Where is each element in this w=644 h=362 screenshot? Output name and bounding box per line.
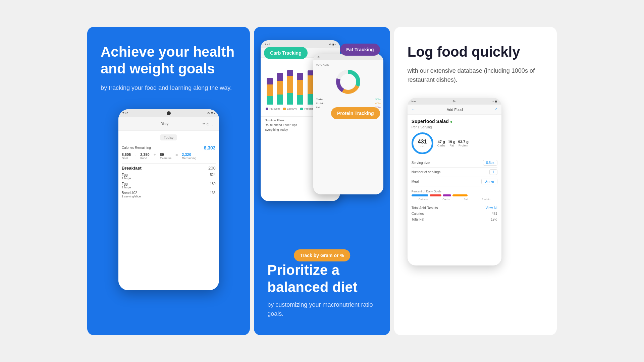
bar-carb-1 <box>267 96 273 105</box>
af-bar-labels: Calories Carbs Fat Protein <box>412 198 497 201</box>
af-nav-header: ← Add Food ✓ <box>408 105 501 115</box>
breakfast-section: Breakfast 200 Egg 1 large 524 Egg 2 l <box>122 163 216 199</box>
food-item-2: Egg 2 large 180 <box>122 181 216 190</box>
cal-remaining-value: 6,303 <box>204 145 216 150</box>
bar-protein-2 <box>277 81 283 95</box>
cal-goal: 8,505 <box>122 153 131 157</box>
bar-carb <box>430 194 441 196</box>
bar-carb-4 <box>297 95 303 105</box>
panel1-headline: Achieve your health and weight goals <box>101 44 236 77</box>
bar-carb-2 <box>277 95 283 105</box>
bar-protein-1 <box>267 84 273 96</box>
af-body: Superfood Salad ● Per 1 Serving 431 cal … <box>408 115 501 226</box>
calorie-values: 8,505 Goal - 2,350 Food + 89 Exercise = <box>122 153 216 160</box>
diary-screen: Today Calories Remaining 6,303 8,505 Goa… <box>118 131 219 290</box>
af-stats-row: 431 cal 47 g Carbs 19 g Fat 93. <box>412 132 497 154</box>
af-bar-row <box>412 194 497 196</box>
phone-header: ☰ Diary ✏ ⭮ ⋮ <box>118 117 219 131</box>
calorie-circle: 431 cal <box>412 132 433 154</box>
af-fat-result: Total Fat 19 g <box>412 217 497 222</box>
bar-protein-4 <box>297 80 303 95</box>
legend-fat: Fat Goal <box>266 107 280 110</box>
af-macros: 47 g Carbs 19 g Fat 93.7 g Protein <box>437 140 469 147</box>
donut-chart <box>316 68 381 95</box>
bar-cal <box>412 194 428 196</box>
diary-date: Today <box>160 134 177 140</box>
phone-diary: 7:45 G ⚙ · ☰ Diary ✏ ⭮ ⋮ Today Calories … <box>118 109 219 290</box>
panel-log-food: Log food quickly with our extensive data… <box>394 27 557 335</box>
af-percent-bars: Percent of Daily Goals Calories Carbs Fa… <box>412 190 497 201</box>
bar-protein-5 <box>308 75 314 94</box>
phone-add-food: Nav ⚙ · × ▣ ← Add Food ✓ Superfood Salad… <box>408 98 501 265</box>
bar-fat-3 <box>287 70 293 76</box>
panel-achieve-goals: Achieve your health and weight goals by … <box>87 27 250 335</box>
divider <box>412 203 497 203</box>
food-verified-dot: ● <box>450 119 452 124</box>
panel1-subtext: by tracking your food and learning along… <box>101 83 236 93</box>
macro-carbs: 47 g Carbs <box>437 140 445 147</box>
af-calories-result: Calories 431 <box>412 211 497 217</box>
af-servings-row: Number of servings 1 <box>412 168 497 177</box>
macro-protein: 93.7 g Protein <box>458 140 469 147</box>
calories-remaining-row: Calories Remaining 6,303 <box>122 145 216 150</box>
cal-remaining-num: 2,320 <box>182 153 196 157</box>
macro-fat: 19 g Fat <box>448 140 455 147</box>
check-icon: ✓ <box>494 107 497 112</box>
badge-fat-tracking: Fat Tracking <box>340 44 380 56</box>
camera-notch <box>167 111 171 115</box>
af-food-name: Superfood Salad ● <box>412 119 497 124</box>
badge-track-gram: Track by Gram or % <box>294 249 350 261</box>
af-food-sub: Per 1 Serving <box>412 125 497 129</box>
panel-balanced-diet: Carb Tracking Fat Tracking Protein Track… <box>254 27 390 335</box>
phone-chart-secondary: ⚙ MACROS Carbs3 <box>313 54 383 194</box>
badge-carb-tracking: Carb Tracking <box>264 47 307 59</box>
cal-food: 2,350 <box>140 153 150 157</box>
food-item-3: Bread 402 1 serving/slice 136 <box>122 190 216 199</box>
af-serving-size-row: Serving size 0.5oz <box>412 158 497 168</box>
panel3-headline: Log food quickly <box>408 44 543 60</box>
bar-fat-2 <box>277 73 283 81</box>
bar-fat-5 <box>308 70 314 75</box>
panel2-subtext: by customizing your macronutrient ratio … <box>267 300 376 318</box>
bar-fat <box>443 194 451 196</box>
af-status-bar: Nav ⚙ · × ▣ <box>408 98 501 105</box>
bar-fat-4 <box>297 73 303 80</box>
bar-prot <box>452 194 468 196</box>
bar-carb-3 <box>287 93 293 105</box>
panel2-headline: Prioritize a balanced diet <box>267 262 376 296</box>
percent-section-label: Percent of Daily Goals <box>412 190 497 193</box>
badge-protein-tracking: Protein Tracking <box>331 107 380 119</box>
cal-remaining-label: Calories Remaining <box>122 146 151 149</box>
phone-status-bar: 7:45 G ⚙ · <box>118 109 219 117</box>
food-item-1: Egg 1 large 524 <box>122 172 216 181</box>
back-icon: ← <box>412 108 415 112</box>
panel3-subtext: with our extensive database (including 1… <box>408 66 543 84</box>
panel2-bottom-text: Prioritize a balanced diet by customizin… <box>267 262 376 318</box>
bar-carb-5 <box>308 94 314 105</box>
bar-protein-3 <box>287 76 293 93</box>
diary-title: Diary <box>161 122 168 126</box>
cal-exercise: 89 <box>160 153 172 157</box>
legend-protein: Est 50% <box>283 107 297 110</box>
af-title: Add Food <box>447 108 463 112</box>
af-total-results: Total Acid Results View All <box>412 205 497 211</box>
meal-title: Breakfast 200 <box>122 163 216 171</box>
af-meal-row: Meal Dinner <box>412 177 497 186</box>
bar-fat-1 <box>267 78 273 84</box>
